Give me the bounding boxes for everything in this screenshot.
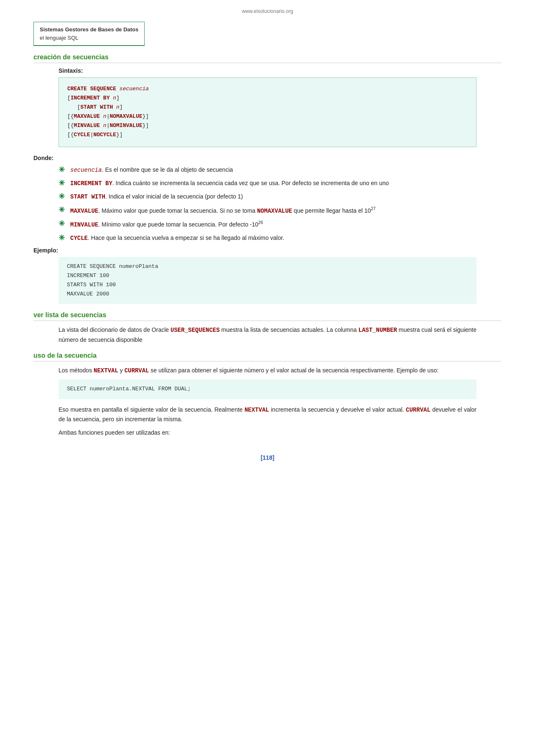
ejemplo-line-3: STARTS WITH 100 [67, 280, 468, 290]
site-url: www.elsolucionario.org [33, 8, 502, 14]
bullet-item-2: ✳ INCREMENT BY. Indica cuánto se increme… [59, 179, 502, 188]
section3-body2: Eso muestra en pantalla el siguiente val… [59, 405, 476, 424]
bullet-item-5: ✳ MINVALUE. Mínimo valor que puede tomar… [59, 219, 502, 229]
section3-body1: Los métodos NEXTVAL y CURRVAL se utiliza… [59, 366, 476, 375]
code-line-6: [{CYCLE|NOCYCLE}] [67, 130, 468, 140]
bullet-item-6: ✳ CYCLE. Hace que la secuencia vuelva a … [59, 234, 502, 243]
bullet-text-2: INCREMENT BY. Indica cuánto se increment… [70, 179, 389, 188]
bullet-item-1: ✳ secuencia. Es el nombre que se le da a… [59, 165, 502, 175]
bullet-star-4: ✳ [59, 205, 66, 214]
bullet-text-3: START WITH. Indica el valor inicial de l… [70, 192, 243, 201]
ejemplo-line-1: CREATE SEQUENCE numeroPlanta [67, 262, 468, 271]
code-line-5: [{MINVALUE n|NOMINVALUE}] [67, 121, 468, 130]
ejemplo-line-4: MAXVALUE 2000 [67, 290, 468, 299]
bullet-text-5: MINVALUE. Mínimo valor que puede tomar l… [70, 219, 263, 229]
section3-example-code: SELECT numeroPlanta.NEXTVAL FROM DUAL; [59, 379, 476, 399]
bullet-star-6: ✳ [59, 233, 66, 242]
bullet-star-2: ✳ [59, 178, 66, 188]
bullet-text-4: MAXVALUE. Máximo valor que puede tomar l… [70, 206, 375, 216]
bullet-star-1: ✳ [59, 165, 66, 174]
header-line1: Sistemas Gestores de Bases de Datos [40, 25, 138, 34]
ejemplo-code-box: CREATE SEQUENCE numeroPlanta INCREMENT 1… [59, 257, 476, 304]
select-code-line: SELECT numeroPlanta.NEXTVAL FROM DUAL; [67, 384, 468, 394]
section3-title: uso de la secuencia [33, 352, 502, 361]
bullet-list: ✳ secuencia. Es el nombre que se le da a… [59, 165, 502, 243]
bullet-item-3: ✳ START WITH. Indica el valor inicial de… [59, 192, 502, 201]
section2-body: La vista del diccionario de datos de Ora… [59, 325, 476, 344]
code-line-1: CREATE SEQUENCE secuencia [67, 84, 468, 94]
header-line2: el lenguaje SQL [40, 34, 138, 42]
bullet-text-1: secuencia. Es el nombre que se le da al … [70, 165, 233, 175]
page-number: [118] [33, 454, 502, 461]
bullet-text-6: CYCLE. Hace que la secuencia vuelva a em… [70, 234, 284, 243]
donde-label: Donde: [33, 155, 502, 161]
header-box: Sistemas Gestores de Bases de Datos el l… [33, 22, 145, 46]
bullet-item-4: ✳ MAXVALUE. Máximo valor que puede tomar… [59, 206, 502, 216]
bullet-star-3: ✳ [59, 192, 66, 201]
ejemplo-line-2: INCREMENT 100 [67, 271, 468, 280]
ejemplo-label: Ejemplo: [33, 247, 502, 254]
code-line-2: [INCREMENT BY n] [67, 94, 468, 103]
section3-body3: Ambas funciones pueden ser utilizadas en… [59, 428, 476, 437]
section1-title: creación de secuencias [33, 53, 502, 63]
syntax-code-box: CREATE SEQUENCE secuencia [INCREMENT BY … [59, 77, 476, 147]
sintaxis-label: Sintaxis: [59, 67, 502, 74]
bullet-star-5: ✳ [59, 219, 66, 228]
code-line-4: [{MAXVALUE n|NOMAXVALUE}] [67, 112, 468, 121]
section2-title: ver lista de secuencias [33, 311, 502, 321]
code-line-3: [START WITH n] [67, 103, 468, 112]
